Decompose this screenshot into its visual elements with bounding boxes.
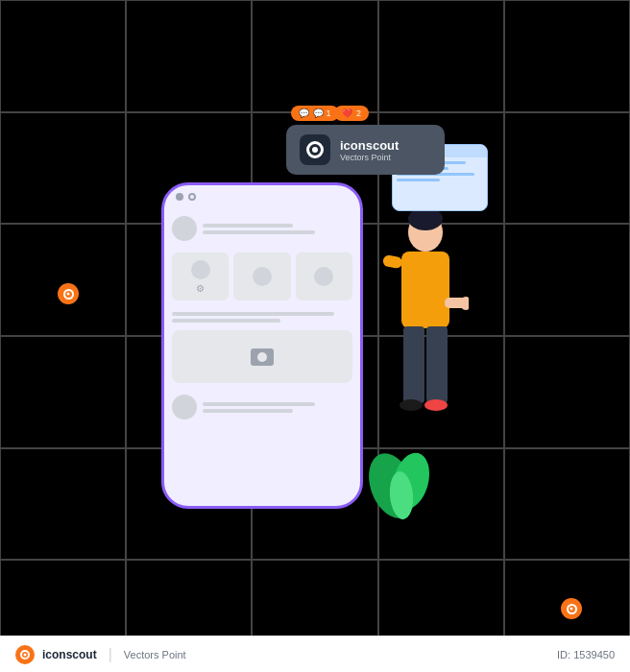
phone-mockup: ⚙ (161, 182, 363, 509)
icon-circle-inner (63, 289, 74, 300)
orange-icon-circle (58, 283, 79, 304)
grid-cell (0, 224, 126, 336)
avatar-bottom (172, 395, 197, 420)
grid-cell (504, 224, 630, 336)
footer-separator: | (109, 646, 112, 663)
footer-left: iconscout | Vectors Point (15, 645, 186, 664)
text-line (172, 319, 280, 323)
phone-dot-1 (176, 193, 183, 201)
bottom-profile-row (172, 391, 352, 423)
profile-row-2 (172, 312, 352, 323)
text-line (203, 230, 315, 234)
iconscout-small-icon-right (561, 598, 582, 619)
avatar-small-1 (191, 260, 210, 279)
text-line (172, 312, 334, 316)
illustration-container: 💬 💬 1 ❤️ 2 iconscout Vectors Point (142, 106, 488, 566)
svg-rect-7 (426, 326, 448, 403)
footer-bar: iconscout | Vectors Point ID: 1539450 (0, 636, 630, 672)
grid-cell (504, 448, 630, 561)
avatar-small-3 (314, 267, 333, 286)
logo-text-group: iconscout Vectors Point (340, 138, 399, 162)
phone-dot-2 (188, 193, 196, 201)
text-line (203, 409, 293, 413)
profile-section: ⚙ (172, 249, 352, 304)
grid-cell (504, 0, 630, 112)
phone-top-bar (164, 185, 360, 208)
heart-icon: ❤️ (342, 108, 352, 118)
gear-icon: ⚙ (196, 283, 205, 294)
phone-content: ⚙ (164, 208, 360, 431)
logo-icon-inner (306, 141, 324, 158)
text-line (203, 224, 293, 228)
icon-circle-inner-br (567, 604, 577, 614)
svg-point-8 (400, 399, 423, 411)
like-count: 2 (356, 108, 361, 118)
comment-count: 💬 1 (313, 108, 331, 118)
grid-cell (0, 112, 126, 225)
svg-rect-2 (401, 252, 449, 328)
logo-brand-name: iconscout (340, 138, 399, 153)
text-lines-2 (172, 312, 352, 323)
grid-cell (126, 0, 252, 112)
svg-point-9 (424, 399, 448, 411)
profile-card-3 (296, 252, 352, 300)
footer-logo-icon (15, 645, 35, 664)
logo-icon-box (300, 134, 330, 165)
camera-placeholder (172, 330, 352, 383)
grid-cell (504, 336, 630, 448)
svg-rect-6 (403, 326, 424, 403)
footer-subtitle: Vectors Point (124, 649, 186, 660)
avatar-small-2 (253, 267, 272, 286)
footer-brand-name: iconscout (42, 648, 97, 661)
profile-card-2 (233, 252, 290, 300)
logo-subtitle: Vectors Point (340, 153, 399, 162)
orange-icon-circle-br (561, 598, 582, 619)
person-figure (363, 192, 469, 465)
iconscout-logo-card: iconscout Vectors Point (286, 125, 445, 175)
notification-bubble-like: ❤️ 2 (334, 106, 369, 121)
grid-cell (0, 0, 126, 112)
text-lines-1 (203, 224, 352, 234)
browser-line-4 (397, 179, 440, 181)
footer-logo-inner (20, 650, 30, 660)
camera-icon (251, 348, 274, 366)
avatar-1 (172, 216, 197, 241)
grid-cell (0, 336, 126, 448)
grid-cell (252, 0, 377, 112)
grid-cell (504, 112, 630, 225)
profile-card-1: ⚙ (172, 252, 229, 300)
text-line (203, 402, 315, 406)
comment-icon: 💬 (299, 108, 309, 118)
notification-bubble-comment: 💬 💬 1 (291, 106, 339, 121)
footer-id: ID: 1539450 (557, 649, 615, 660)
profile-row-1 (172, 216, 352, 241)
text-lines-bottom (203, 402, 352, 413)
iconscout-small-icon-left (58, 283, 79, 304)
grid-cell (0, 448, 126, 561)
grid-cell (378, 0, 504, 112)
svg-rect-3 (382, 254, 403, 269)
